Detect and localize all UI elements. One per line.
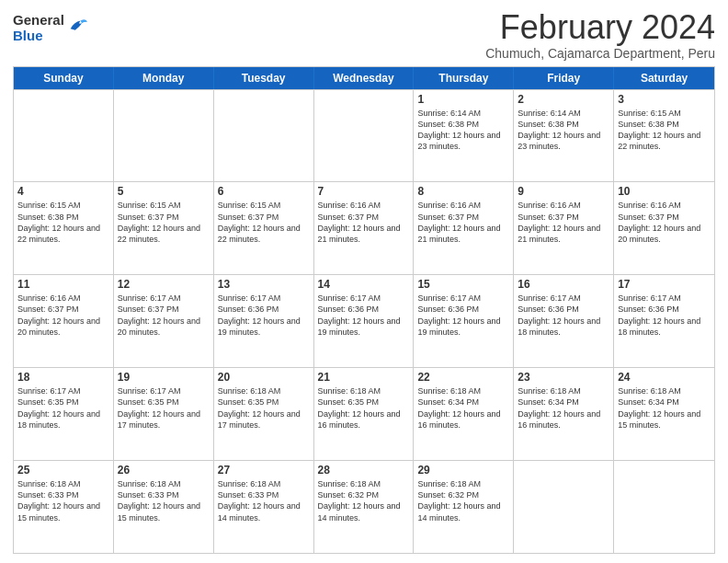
calendar-row-2: 11Sunrise: 6:16 AM Sunset: 6:37 PM Dayli… [14,274,714,367]
calendar-day-2: 2Sunrise: 6:14 AM Sunset: 6:38 PM Daylig… [514,90,614,182]
day-info: Sunrise: 6:18 AM Sunset: 6:32 PM Dayligh… [417,478,509,523]
calendar-day-14: 14Sunrise: 6:17 AM Sunset: 6:36 PM Dayli… [314,275,415,367]
day-number: 11 [17,278,109,291]
calendar-day-3: 3Sunrise: 6:15 AM Sunset: 6:38 PM Daylig… [614,90,714,182]
calendar-day-6: 6Sunrise: 6:15 AM Sunset: 6:37 PM Daylig… [214,182,314,274]
day-header-sunday: Sunday [14,67,114,89]
day-info: Sunrise: 6:18 AM Sunset: 6:35 PM Dayligh… [318,385,410,431]
day-header-tuesday: Tuesday [214,67,314,89]
calendar-subtitle: Chumuch, Cajamarca Department, Peru [485,46,715,61]
day-header-wednesday: Wednesday [314,67,415,89]
calendar-row-3: 18Sunrise: 6:17 AM Sunset: 6:35 PM Dayli… [14,367,714,460]
calendar-day-1: 1Sunrise: 6:14 AM Sunset: 6:38 PM Daylig… [414,90,514,182]
day-info: Sunrise: 6:15 AM Sunset: 6:37 PM Dayligh… [218,200,310,245]
day-header-friday: Friday [514,67,614,89]
calendar-day-10: 10Sunrise: 6:16 AM Sunset: 6:37 PM Dayli… [614,182,714,274]
calendar-day-26: 26Sunrise: 6:18 AM Sunset: 6:33 PM Dayli… [114,461,214,553]
day-info: Sunrise: 6:16 AM Sunset: 6:37 PM Dayligh… [618,200,711,245]
day-info: Sunrise: 6:15 AM Sunset: 6:38 PM Dayligh… [618,108,711,153]
day-number: 3 [618,93,711,106]
calendar-empty-cell [514,461,614,553]
day-number: 27 [218,464,310,477]
day-number: 18 [17,371,109,384]
day-number: 1 [417,93,509,106]
calendar-day-19: 19Sunrise: 6:17 AM Sunset: 6:35 PM Dayli… [114,368,214,460]
day-number: 28 [318,464,410,477]
day-number: 19 [118,371,210,384]
day-number: 24 [618,371,711,384]
day-info: Sunrise: 6:17 AM Sunset: 6:36 PM Dayligh… [518,293,609,338]
day-number: 14 [318,278,410,291]
day-info: Sunrise: 6:18 AM Sunset: 6:32 PM Dayligh… [318,478,410,523]
day-number: 8 [417,185,509,198]
calendar-day-4: 4Sunrise: 6:15 AM Sunset: 6:38 PM Daylig… [14,182,114,274]
logo-blue: Blue [13,29,64,44]
day-info: Sunrise: 6:15 AM Sunset: 6:37 PM Dayligh… [118,200,210,245]
day-info: Sunrise: 6:18 AM Sunset: 6:34 PM Dayligh… [618,385,711,431]
day-header-saturday: Saturday [614,67,714,89]
calendar-day-22: 22Sunrise: 6:18 AM Sunset: 6:34 PM Dayli… [414,368,514,460]
calendar-day-23: 23Sunrise: 6:18 AM Sunset: 6:34 PM Dayli… [514,368,614,460]
calendar-row-0: 1Sunrise: 6:14 AM Sunset: 6:38 PM Daylig… [14,89,714,182]
day-info: Sunrise: 6:16 AM Sunset: 6:37 PM Dayligh… [417,200,509,245]
calendar-row-4: 25Sunrise: 6:18 AM Sunset: 6:33 PM Dayli… [14,460,714,553]
day-number: 29 [417,464,509,477]
calendar-row-1: 4Sunrise: 6:15 AM Sunset: 6:38 PM Daylig… [14,181,714,274]
calendar-empty-cell [14,90,114,182]
day-number: 22 [417,371,509,384]
calendar-day-21: 21Sunrise: 6:18 AM Sunset: 6:35 PM Dayli… [314,368,415,460]
day-info: Sunrise: 6:17 AM Sunset: 6:36 PM Dayligh… [417,293,509,338]
day-number: 7 [318,185,410,198]
calendar-day-16: 16Sunrise: 6:17 AM Sunset: 6:36 PM Dayli… [514,275,614,367]
day-info: Sunrise: 6:18 AM Sunset: 6:34 PM Dayligh… [417,385,509,431]
day-info: Sunrise: 6:17 AM Sunset: 6:36 PM Dayligh… [218,293,310,338]
calendar-day-7: 7Sunrise: 6:16 AM Sunset: 6:37 PM Daylig… [314,182,415,274]
day-header-thursday: Thursday [414,67,514,89]
calendar-day-11: 11Sunrise: 6:16 AM Sunset: 6:37 PM Dayli… [14,275,114,367]
day-info: Sunrise: 6:18 AM Sunset: 6:33 PM Dayligh… [218,478,310,523]
calendar-empty-cell [614,461,714,553]
calendar-title: February 2024 [485,9,715,46]
day-header-monday: Monday [114,67,214,89]
day-number: 23 [518,371,609,384]
day-number: 25 [17,464,109,477]
calendar-day-15: 15Sunrise: 6:17 AM Sunset: 6:36 PM Dayli… [414,275,514,367]
day-number: 13 [218,278,310,291]
calendar-empty-cell [214,90,314,182]
title-block: February 2024 Chumuch, Cajamarca Departm… [485,9,715,61]
day-number: 2 [518,93,609,106]
calendar-empty-cell [314,90,415,182]
calendar-day-8: 8Sunrise: 6:16 AM Sunset: 6:37 PM Daylig… [414,182,514,274]
day-info: Sunrise: 6:17 AM Sunset: 6:35 PM Dayligh… [17,385,109,431]
day-number: 10 [618,185,711,198]
day-number: 5 [118,185,210,198]
calendar: SundayMondayTuesdayWednesdayThursdayFrid… [13,66,715,554]
calendar-empty-cell [114,90,214,182]
day-info: Sunrise: 6:17 AM Sunset: 6:36 PM Dayligh… [618,293,711,338]
day-number: 26 [118,464,210,477]
calendar-body: 1Sunrise: 6:14 AM Sunset: 6:38 PM Daylig… [14,89,714,553]
day-number: 16 [518,278,609,291]
calendar-day-12: 12Sunrise: 6:17 AM Sunset: 6:37 PM Dayli… [114,275,214,367]
calendar-day-29: 29Sunrise: 6:18 AM Sunset: 6:32 PM Dayli… [414,461,514,553]
calendar-day-27: 27Sunrise: 6:18 AM Sunset: 6:33 PM Dayli… [214,461,314,553]
day-number: 9 [518,185,609,198]
day-info: Sunrise: 6:14 AM Sunset: 6:38 PM Dayligh… [417,108,509,153]
logo-text: General Blue [13,13,64,43]
calendar-day-9: 9Sunrise: 6:16 AM Sunset: 6:37 PM Daylig… [514,182,614,274]
calendar-day-20: 20Sunrise: 6:18 AM Sunset: 6:35 PM Dayli… [214,368,314,460]
logo: General Blue [13,13,87,43]
calendar-day-24: 24Sunrise: 6:18 AM Sunset: 6:34 PM Dayli… [614,368,714,460]
logo-general: General [13,13,64,29]
calendar-day-25: 25Sunrise: 6:18 AM Sunset: 6:33 PM Dayli… [14,461,114,553]
day-info: Sunrise: 6:15 AM Sunset: 6:38 PM Dayligh… [17,200,109,245]
day-number: 6 [218,185,310,198]
day-info: Sunrise: 6:18 AM Sunset: 6:35 PM Dayligh… [218,385,310,431]
calendar-day-5: 5Sunrise: 6:15 AM Sunset: 6:37 PM Daylig… [114,182,214,274]
day-info: Sunrise: 6:18 AM Sunset: 6:34 PM Dayligh… [518,385,609,431]
day-info: Sunrise: 6:18 AM Sunset: 6:33 PM Dayligh… [118,478,210,523]
day-number: 12 [118,278,210,291]
calendar-day-13: 13Sunrise: 6:17 AM Sunset: 6:36 PM Dayli… [214,275,314,367]
calendar-day-17: 17Sunrise: 6:17 AM Sunset: 6:36 PM Dayli… [614,275,714,367]
day-info: Sunrise: 6:14 AM Sunset: 6:38 PM Dayligh… [518,108,609,153]
